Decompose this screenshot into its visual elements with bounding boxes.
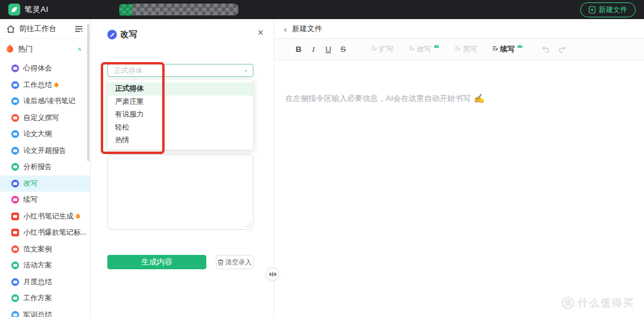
ai-tools-group: 扩写 改写 简写 续写 <box>371 44 523 54</box>
flame-icon <box>5 45 15 54</box>
sidebar-item-zidingyi[interactable]: 自定义撰写 <box>0 110 90 127</box>
tone-option-formal[interactable]: 正式得体 <box>108 82 253 96</box>
italic-button[interactable]: I <box>306 45 321 54</box>
sidebar-item-label: 小红书爆款笔记标... <box>23 227 86 238</box>
underline-button[interactable]: U <box>321 45 336 54</box>
placeholder-text: 在左侧指令区输入必要信息，AI会在这里自动开始书写 <box>285 93 470 104</box>
panel-resize-handle[interactable] <box>266 267 279 281</box>
biling-logo-icon <box>8 4 20 16</box>
editor-toolbar: B I U S 扩写 改写 简写 <box>274 39 644 60</box>
sidebar-item-gaixie[interactable]: 改写 <box>0 176 90 192</box>
panel-header: 改写 <box>107 29 137 40</box>
history-group <box>542 46 566 53</box>
sidebar: 前往工作台 热门 ∧ 心得体会 工作总结 读后感/读书笔记 自定义撰写 论文大纲… <box>0 19 91 317</box>
shorten-button[interactable]: 简写 <box>454 44 477 54</box>
file-plus-icon <box>589 6 596 14</box>
back-chevron-icon[interactable]: ‹ <box>284 24 287 33</box>
sidebar-item-lunwendagang[interactable]: 论文大纲 <box>0 126 90 143</box>
sidebar-item-gongzuozongjie[interactable]: 工作总结 <box>0 77 90 94</box>
sidebar-scrollbar[interactable] <box>87 24 89 161</box>
watermark: 值 什么值得买 <box>562 296 634 310</box>
brand-name: 笔灵AI <box>24 4 48 15</box>
rewrite-button[interactable]: 改写 <box>408 44 439 54</box>
doc-icon <box>11 130 19 138</box>
doc-icon <box>11 245 19 253</box>
collapse-menu-icon[interactable] <box>75 26 83 32</box>
clear-button-label: 清空录入 <box>225 258 252 267</box>
ai-button-label: 续写 <box>500 44 515 54</box>
document-header: ‹ 新建文件 <box>274 19 644 39</box>
hot-section-header[interactable]: 热门 ∧ <box>0 40 90 59</box>
chevron-down-icon: ∨ <box>244 68 248 73</box>
doc-icon <box>11 163 19 171</box>
rewrite-content-textarea[interactable] <box>107 154 253 230</box>
sidebar-item-huodongfangan[interactable]: 活动方案 <box>0 257 90 274</box>
sidebar-item-label: 论文开题报告 <box>23 146 66 156</box>
expand-writing-button[interactable]: 扩写 <box>371 44 394 54</box>
doc-icon <box>11 114 19 122</box>
strikethrough-button[interactable]: S <box>336 45 351 54</box>
bold-button[interactable]: B <box>291 45 306 54</box>
sidebar-item-xuxie[interactable]: 续写 <box>0 192 90 208</box>
doc-icon <box>11 294 19 302</box>
doc-icon <box>11 97 19 105</box>
rewrite-panel: 改写 × 选择改写语气* 正式得体 ∨ 正式得体 严肃庄重 有说服力 轻松 热情… <box>91 19 274 317</box>
clear-input-button[interactable]: 清空录入 <box>216 255 253 269</box>
new-file-button[interactable]: 新建文件 <box>580 2 636 17</box>
workspace-link[interactable]: 前往工作台 <box>0 19 90 39</box>
pen-icon <box>11 180 19 187</box>
sidebar-item-xindetihui[interactable]: 心得体会 <box>0 60 90 77</box>
sidebar-item-label: 读后感/读书笔记 <box>23 96 75 106</box>
chevron-up-icon: ∧ <box>78 47 82 52</box>
sidebar-item-xiaohongshu-baokuan[interactable]: 小红书爆款笔记标... <box>0 224 90 241</box>
vip-crown-icon <box>517 42 523 50</box>
continue-writing-icon <box>492 45 499 54</box>
editor-placeholder: 在左侧指令区输入必要信息，AI会在这里自动开始书写 ✍ <box>285 93 632 104</box>
sidebar-item-label: 月度总结 <box>23 277 52 287</box>
hot-section-label: 热门 <box>18 44 78 54</box>
sidebar-item-kaitibaogao[interactable]: 论文开题报告 <box>0 143 90 159</box>
document-title[interactable]: 新建文件 <box>292 24 322 34</box>
sidebar-item-label: 范文案例 <box>23 244 52 254</box>
undo-icon[interactable] <box>542 46 550 53</box>
doc-icon <box>11 81 19 89</box>
panel-title: 改写 <box>120 29 137 40</box>
expand-writing-icon <box>371 45 377 54</box>
sidebar-item-fenxibaogao[interactable]: 分析报告 <box>0 159 90 176</box>
doc-icon <box>11 64 19 72</box>
trash-icon <box>218 259 224 266</box>
doc-icon <box>11 311 19 317</box>
sidebar-item-label: 改写 <box>23 178 38 189</box>
sidebar-item-label: 工作总结 <box>23 80 52 90</box>
close-icon[interactable]: × <box>258 27 264 38</box>
tone-select[interactable]: 正式得体 ∨ <box>107 64 253 77</box>
doc-icon <box>11 261 19 269</box>
editor-content[interactable]: 在左侧指令区输入必要信息，AI会在这里自动开始书写 ✍ <box>274 60 644 104</box>
generate-button[interactable]: 生成内容 <box>107 255 206 269</box>
sidebar-item-label: 续写 <box>23 195 38 205</box>
sidebar-item-fanwenanli[interactable]: 范文案例 <box>0 241 90 258</box>
tone-select-value: 正式得体 <box>114 66 244 76</box>
tone-option-serious[interactable]: 严肃庄重 <box>108 96 253 109</box>
hot-flame-icon <box>75 213 81 219</box>
redacted-block-green <box>119 4 132 16</box>
smzdm-badge-icon: 值 <box>562 297 574 309</box>
workspace-label: 前往工作台 <box>19 24 75 34</box>
sidebar-item-duhougan[interactable]: 读后感/读书笔记 <box>0 93 90 110</box>
sidebar-item-yueduzongjie[interactable]: 月度总结 <box>0 274 90 291</box>
continue-writing-button[interactable]: 续写 <box>492 44 523 54</box>
xiaohongshu-icon <box>11 229 19 236</box>
tone-option-enthusiastic[interactable]: 热情 <box>108 134 253 147</box>
sidebar-item-junxunzongjie[interactable]: 军训总结 <box>0 307 90 317</box>
tone-option-relaxed[interactable]: 轻松 <box>108 121 253 134</box>
sidebar-item-xiaohongshu-biji[interactable]: 小红书笔记生成 <box>0 208 90 225</box>
watermark-text: 什么值得买 <box>578 296 634 310</box>
redacted-block <box>132 4 239 16</box>
sidebar-item-gongzuofangan[interactable]: 工作方案 <box>0 290 90 307</box>
redo-icon[interactable] <box>558 46 566 53</box>
sidebar-item-label: 军训总结 <box>23 310 52 317</box>
sidebar-item-label: 心得体会 <box>23 63 52 73</box>
brand[interactable]: 笔灵AI <box>8 4 48 16</box>
tone-option-persuasive[interactable]: 有说服力 <box>108 108 253 121</box>
xiaohongshu-icon <box>11 213 19 220</box>
